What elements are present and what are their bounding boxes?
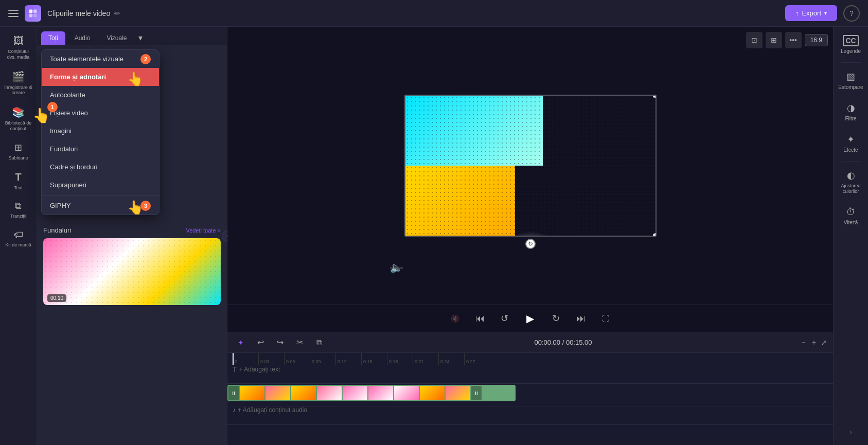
right-tool-color[interactable]: ◐ Ajustarea culorilor — [836, 166, 866, 199]
add-text-button[interactable]: T + Adăugați text — [227, 365, 833, 373]
more-options-button[interactable]: ••• — [785, 32, 802, 48]
see-all-link[interactable]: Vedeți toate > — [186, 227, 221, 234]
speed-label: Viteză — [844, 220, 858, 225]
dropdown-item-overlays[interactable]: Suprapuneri — [42, 176, 159, 194]
undo-button[interactable]: ↩ — [253, 335, 268, 350]
crop-button[interactable]: ⊡ — [746, 32, 763, 48]
audio-track-content: ♪ + Adăugați conținut audio — [227, 406, 833, 424]
ruler-mark-15: 0:15 — [361, 353, 387, 365]
ruler-mark-3: 0:03 — [258, 353, 284, 365]
skip-back-button[interactable]: ⏮ — [472, 310, 488, 327]
comic-background — [405, 96, 656, 236]
sidebar-item-label: Bibliotecă de conținut — [4, 120, 33, 132]
help-button[interactable]: ? — [843, 5, 860, 22]
right-tool-speed[interactable]: ⏱ Viteză — [836, 203, 866, 229]
dropdown-item-stickers[interactable]: Autocolante — [42, 86, 159, 104]
background-preview-card[interactable]: 00:10 — [43, 238, 221, 305]
video-thumb-2 — [265, 386, 290, 400]
transitions-icon: ⧉ — [15, 201, 22, 211]
tab-visual[interactable]: Vizuale — [99, 31, 134, 45]
forward-button[interactable]: ↻ — [548, 310, 564, 327]
tab-all[interactable]: Toți — [41, 31, 65, 45]
cut-button[interactable]: ✂ — [292, 335, 307, 350]
skip-forward-button[interactable]: ⏭ — [573, 310, 589, 327]
ruler-mark-27: 0:27 — [464, 353, 490, 365]
tab-audio[interactable]: Audio — [67, 31, 98, 45]
fullscreen-button[interactable]: ⛶ — [597, 310, 614, 327]
preview-area: ⊡ ⊞ ••• 16:9 — [227, 27, 833, 305]
video-thumb-4 — [317, 386, 342, 400]
video-strip[interactable]: ⏸ ⏸ — [227, 385, 516, 401]
media-icon: 🖼 — [13, 35, 24, 47]
color-label: Ajustarea culorilor — [838, 183, 864, 194]
dots-overlay-3 — [405, 96, 656, 236]
video-thumb-6 — [368, 386, 393, 400]
backgrounds-label: Fundaluri — [43, 226, 71, 234]
ruler-mark-6: 0:06 — [284, 353, 310, 365]
content-icon: 📚 — [12, 106, 25, 118]
subtitles-off-button[interactable]: 🔈 — [390, 261, 403, 274]
add-audio-button[interactable]: ♪ + Adăugați conținut audio — [227, 406, 833, 414]
dropdown-item-video-files[interactable]: Fișiere video — [42, 104, 159, 122]
sidebar-item-record[interactable]: 🎬 Înregistrare și creare — [2, 66, 35, 100]
menu-button[interactable] — [8, 10, 19, 17]
right-sidebar: CC Legende ▧ Estompare ◑ Filtre ✦ Efecte… — [833, 27, 868, 445]
fit-button[interactable]: ⤢ — [821, 339, 827, 347]
dropdown-item-backgrounds[interactable]: Fundaluri — [42, 140, 159, 158]
ruler-marks: 0 0:03 0:06 0:09 0:12 0:15 0:18 0:21 0:2… — [233, 353, 490, 365]
panel: Toți Audio Vizuale ▾ Toate elementele vi… — [37, 27, 227, 445]
aspect-ratio-button[interactable]: 16:9 — [805, 34, 828, 46]
dropdown-item-frames[interactable]: Cadre și borduri — [42, 158, 159, 176]
record-icon: 🎬 — [12, 70, 25, 83]
playhead[interactable] — [233, 353, 234, 365]
card-thumbnail — [43, 238, 221, 305]
right-sidebar-collapse-button[interactable]: ‹ — [849, 428, 852, 437]
sidebar-item-label: Kit de marcă — [5, 242, 31, 248]
right-tool-filters[interactable]: ◑ Filtre — [836, 98, 866, 126]
sidebar-item-content[interactable]: 📚 Bibliotecă de conținut 👆 1 — [2, 102, 35, 136]
magic-tool-button[interactable]: ✦ — [234, 335, 248, 350]
play-button[interactable]: ▶ — [521, 309, 540, 328]
right-tool-effects[interactable]: ✦ Efecte — [836, 130, 866, 157]
right-tool-captions[interactable]: CC Legende — [836, 31, 866, 58]
sidebar-item-templates[interactable]: ⊞ Șabloane — [2, 138, 35, 165]
redo-button[interactable]: ↪ — [273, 335, 287, 350]
captions-label: Legende — [841, 48, 861, 54]
export-button[interactable]: ↑ Export ▾ — [785, 5, 837, 21]
speed-icon: ⏱ — [846, 207, 856, 218]
right-tool-blur[interactable]: ▧ Estompare — [836, 67, 866, 94]
app-logo — [25, 5, 41, 22]
svg-rect-3 — [33, 13, 37, 17]
copy-button[interactable]: ⧉ — [312, 335, 326, 350]
mute-button[interactable]: 🔇 — [447, 310, 464, 327]
sidebar-item-text[interactable]: T Text — [2, 167, 35, 195]
captions-icon: CC — [843, 35, 858, 46]
fullscreen-preview-button[interactable]: ⊞ — [766, 32, 782, 48]
ruler-mark-24: 0:24 — [438, 353, 464, 365]
video-track-content: ⏸ ⏸ — [227, 384, 833, 406]
zoom-controls: － ＋ ⤢ — [800, 338, 827, 347]
dropdown-item-shapes[interactable]: Forme și adnotări 👆 2 — [42, 68, 159, 86]
sidebar-item-media[interactable]: 🖼 Conținutul dvs. media — [2, 31, 35, 64]
text-track-content: T + Adăugați text — [227, 365, 833, 383]
video-thumb-8 — [420, 386, 445, 400]
rewind-button[interactable]: ↺ — [497, 310, 513, 327]
preview-canvas[interactable] — [404, 95, 657, 237]
dropdown-item-giphy[interactable]: GIPHY 👆 3 — [42, 197, 159, 215]
timeline-toolbar: ✦ ↩ ↪ ✂ ⧉ 00:00.00 / 00:15.00 － ＋ ⤢ — [227, 332, 833, 353]
dropdown-item-images[interactable]: Imagini — [42, 122, 159, 140]
video-thumb-7 — [394, 386, 419, 400]
sidebar-item-brand[interactable]: 🏷 Kit de marcă — [2, 225, 35, 252]
tab-more-button[interactable]: ▾ — [136, 31, 145, 45]
visual-dropdown: Toate elementele vizuale Forme și adnotă… — [41, 49, 160, 215]
zoom-out-button[interactable]: － — [800, 338, 807, 347]
sidebar-item-transitions[interactable]: ⧉ Tranziții — [2, 197, 35, 223]
annotation-hand-2: 👆 — [127, 71, 144, 87]
annotation-badge-3: 3 — [140, 201, 151, 211]
dropdown-item-all-visual[interactable]: Toate elementele vizuale — [42, 50, 159, 68]
svg-rect-2 — [29, 13, 33, 17]
zoom-in-button[interactable]: ＋ — [810, 338, 818, 347]
rotate-handle[interactable]: ↻ — [525, 239, 536, 249]
color-icon: ◐ — [847, 170, 855, 181]
project-title[interactable]: Clipurile mele video — [47, 9, 110, 17]
